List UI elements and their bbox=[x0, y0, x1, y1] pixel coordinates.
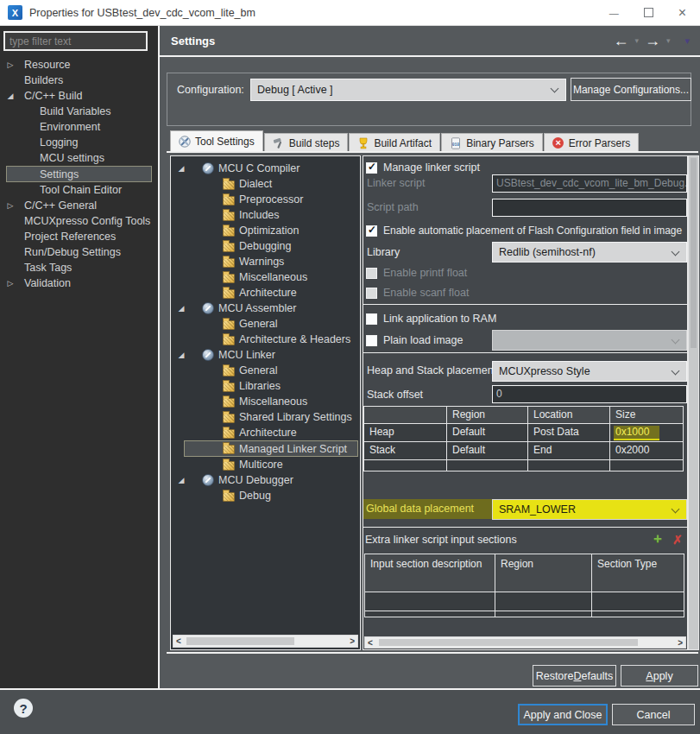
scroll-right-arrow-icon[interactable]: > bbox=[350, 636, 355, 646]
empty-cell[interactable] bbox=[592, 592, 684, 611]
scrollbar-thumb[interactable] bbox=[691, 158, 697, 348]
sidebar-item-resource[interactable]: ▷Resource bbox=[0, 57, 156, 73]
tab-binary-parsers[interactable]: 010 Binary Parsers bbox=[441, 133, 543, 152]
sidebar-item-mcuxpresso-config-tools[interactable]: MCUXpresso Config Tools bbox=[0, 213, 156, 229]
sidebar-item-cpp-build[interactable]: ◢C/C++ Build bbox=[0, 88, 156, 104]
expand-arrow-icon[interactable]: ▷ bbox=[5, 279, 16, 288]
configuration-dropdown[interactable]: Debug [ Active ] bbox=[250, 79, 566, 101]
tab-build-steps[interactable]: Build steps bbox=[264, 133, 349, 152]
tree-item-mcu-debugger[interactable]: ◢MCU Debugger bbox=[171, 472, 360, 488]
plain-load-image-checkbox[interactable] bbox=[366, 335, 377, 346]
stack-row-region[interactable]: Default bbox=[447, 442, 528, 460]
empty-cell[interactable] bbox=[365, 592, 495, 611]
maximize-button[interactable] bbox=[644, 8, 653, 17]
tree-item-linker-general[interactable]: General bbox=[171, 363, 360, 378]
apply-button[interactable]: Apply bbox=[621, 665, 698, 687]
sidebar-item-cpp-general[interactable]: ▷C/C++ General bbox=[0, 198, 156, 213]
scanf-float-checkbox[interactable] bbox=[366, 288, 377, 299]
restore-defaults-button[interactable]: Restore Defaults bbox=[533, 665, 616, 687]
plain-load-image-dropdown[interactable] bbox=[492, 330, 687, 351]
tree-horizontal-scrollbar[interactable]: < > bbox=[173, 635, 358, 648]
filter-input[interactable] bbox=[3, 31, 148, 51]
sidebar-item-validation[interactable]: ▷Validation bbox=[0, 275, 156, 291]
tree-item-dialect[interactable]: Dialect bbox=[171, 176, 360, 192]
expand-arrow-icon[interactable]: ▷ bbox=[5, 60, 16, 69]
tree-item-linker-miscellaneous[interactable]: Miscellaneous bbox=[171, 394, 360, 409]
tree-item-architecture[interactable]: Architecture bbox=[171, 285, 360, 301]
tree-item-optimization[interactable]: Optimization bbox=[171, 223, 360, 238]
manage-configurations-button[interactable]: Manage Configurations... bbox=[571, 78, 691, 101]
stack-row-size[interactable]: 0x2000 bbox=[610, 442, 684, 460]
tree-item-miscellaneous[interactable]: Miscellaneous bbox=[171, 269, 360, 285]
view-menu-caret-icon[interactable]: ▾ bbox=[684, 35, 690, 47]
collapse-arrow-icon[interactable]: ◢ bbox=[5, 92, 16, 100]
tab-tool-settings[interactable]: Tool Settings bbox=[170, 130, 263, 152]
sidebar-item-project-references[interactable]: Project References bbox=[0, 229, 156, 244]
manage-linker-script-checkbox[interactable] bbox=[366, 162, 377, 174]
heap-row-location[interactable]: Post Data bbox=[528, 424, 610, 442]
minimize-button[interactable]: — bbox=[609, 8, 619, 18]
script-path-field[interactable] bbox=[492, 199, 687, 217]
tree-item-debugging[interactable]: Debugging bbox=[171, 238, 360, 254]
close-button[interactable]: × bbox=[678, 9, 686, 17]
tree-item-multicore[interactable]: Multicore bbox=[171, 457, 360, 472]
delete-section-icon[interactable]: ✗ bbox=[672, 533, 683, 547]
sidebar-item-task-tags[interactable]: Task Tags bbox=[0, 260, 156, 275]
add-section-icon[interactable]: + bbox=[653, 530, 662, 547]
tree-item-mcu-assembler[interactable]: ◢MCU Assembler bbox=[171, 301, 360, 316]
tree-item-mcu-c-compiler[interactable]: ◢MCU C Compiler bbox=[171, 161, 360, 176]
collapse-arrow-icon[interactable]: ◢ bbox=[176, 304, 186, 313]
scrollbar-thumb[interactable] bbox=[186, 637, 294, 645]
highlighted-value[interactable]: 0x1000 bbox=[614, 426, 659, 440]
back-arrow-icon[interactable]: ← bbox=[613, 35, 628, 47]
global-data-placement-dropdown[interactable]: SRAM_LOWER bbox=[492, 499, 687, 520]
empty-cell[interactable] bbox=[495, 592, 592, 611]
collapse-arrow-icon[interactable]: ◢ bbox=[176, 351, 186, 359]
tree-item-includes[interactable]: Includes bbox=[171, 207, 360, 223]
stack-offset-field[interactable]: 0 bbox=[492, 385, 687, 403]
collapse-arrow-icon[interactable]: ◢ bbox=[176, 164, 186, 173]
cancel-button[interactable]: Cancel bbox=[612, 704, 695, 725]
tree-item-libraries[interactable]: Libraries bbox=[171, 378, 360, 394]
scroll-right-arrow-icon[interactable]: > bbox=[678, 638, 683, 648]
sidebar-item-mcu-settings[interactable]: MCU settings bbox=[0, 150, 156, 166]
apply-and-close-button[interactable]: Apply and Close bbox=[518, 704, 608, 725]
printf-float-checkbox[interactable] bbox=[366, 268, 377, 279]
flash-config-checkbox[interactable] bbox=[366, 225, 377, 237]
sidebar-item-tool-chain-editor[interactable]: Tool Chain Editor bbox=[0, 182, 156, 198]
scroll-left-arrow-icon[interactable]: < bbox=[176, 636, 181, 646]
forward-history-caret-icon[interactable]: ▾ bbox=[666, 36, 671, 45]
tree-item-debug[interactable]: Debug bbox=[171, 488, 360, 503]
tab-build-artifact[interactable]: Build Artifact bbox=[349, 133, 440, 152]
scrollbar-thumb[interactable] bbox=[379, 639, 638, 646]
sidebar-item-logging[interactable]: Logging bbox=[0, 135, 156, 150]
stack-row-location[interactable]: End bbox=[528, 442, 610, 460]
tree-item-linker-architecture[interactable]: Architecture bbox=[171, 425, 360, 440]
tree-item-warnings[interactable]: Warnings bbox=[171, 254, 360, 269]
tree-item-mcu-linker[interactable]: ◢MCU Linker bbox=[171, 347, 360, 363]
tree-item-architecture-headers[interactable]: Architecture & Headers bbox=[171, 332, 360, 347]
link-to-ram-checkbox[interactable] bbox=[366, 313, 377, 325]
heap-row-region[interactable]: Default bbox=[447, 424, 528, 442]
tree-item-shared-library-settings[interactable]: Shared Library Settings bbox=[171, 409, 360, 425]
linker-script-field[interactable]: USBtest_dev_cdc_vcom_lite_bm_Debug.ld bbox=[492, 174, 687, 193]
options-horizontal-scrollbar[interactable]: < > bbox=[364, 636, 686, 649]
tree-item-managed-linker-script[interactable]: Managed Linker Script bbox=[184, 440, 358, 457]
tab-error-parsers[interactable]: Error Parsers bbox=[544, 133, 639, 152]
sidebar-item-environment[interactable]: Environment bbox=[0, 119, 156, 135]
sidebar-item-run-debug-settings[interactable]: Run/Debug Settings bbox=[0, 244, 156, 260]
tree-item-asm-general[interactable]: General bbox=[171, 316, 360, 332]
tree-item-preprocessor[interactable]: Preprocessor bbox=[171, 192, 360, 207]
heap-stack-placement-dropdown[interactable]: MCUXpresso Style bbox=[492, 361, 687, 382]
heap-row-size[interactable]: 0x1000 bbox=[610, 424, 684, 442]
sidebar-item-build-variables[interactable]: Build Variables bbox=[0, 104, 156, 119]
help-icon[interactable]: ? bbox=[14, 699, 33, 718]
sidebar-item-builders[interactable]: Builders bbox=[0, 73, 156, 88]
collapse-arrow-icon[interactable]: ◢ bbox=[176, 476, 186, 484]
options-vertical-scrollbar[interactable] bbox=[688, 155, 699, 650]
scroll-left-arrow-icon[interactable]: < bbox=[368, 638, 373, 648]
forward-arrow-icon[interactable]: → bbox=[645, 35, 660, 47]
expand-arrow-icon[interactable]: ▷ bbox=[5, 201, 16, 210]
sidebar-item-settings[interactable]: Settings bbox=[6, 166, 152, 182]
back-history-caret-icon[interactable]: ▾ bbox=[634, 36, 639, 45]
